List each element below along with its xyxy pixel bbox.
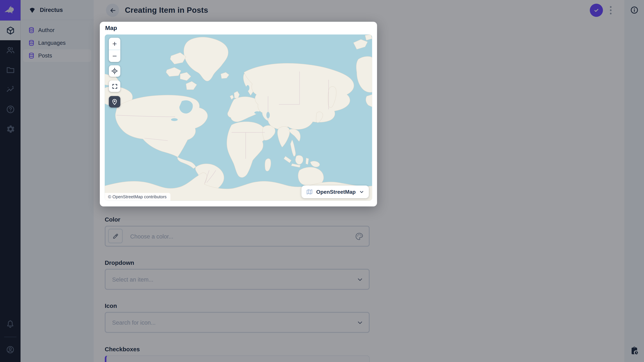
- chevron-down-icon: [359, 189, 364, 195]
- geolocate-icon: [111, 67, 118, 75]
- geolocate-control: [109, 65, 120, 77]
- zoom-control-group: + −: [109, 38, 120, 62]
- zoom-out-button[interactable]: −: [109, 50, 120, 62]
- world-map: [105, 34, 372, 201]
- fullscreen-button[interactable]: [109, 80, 120, 92]
- map-icon: [306, 188, 313, 195]
- map-field-label: Map: [105, 25, 117, 31]
- add-location-pin-button[interactable]: [109, 96, 120, 108]
- location-pin-plus-icon: [111, 98, 118, 105]
- geolocate-button[interactable]: [109, 65, 120, 77]
- fullscreen-control: [109, 80, 120, 92]
- map-field-card: Map: [100, 22, 377, 206]
- add-location-control: [109, 96, 120, 108]
- basemap-selector[interactable]: OpenStreetMap: [301, 186, 369, 198]
- map-attribution: © OpenStreetMap contributors: [105, 193, 170, 201]
- map-canvas[interactable]: + −: [105, 34, 372, 201]
- basemap-label: OpenStreetMap: [316, 189, 356, 195]
- fullscreen-icon: [111, 83, 118, 90]
- plus-icon: +: [112, 40, 117, 48]
- minus-icon: −: [112, 52, 117, 60]
- zoom-in-button[interactable]: +: [109, 38, 120, 50]
- directus-app: Directus Author Languages Posts: [0, 0, 644, 362]
